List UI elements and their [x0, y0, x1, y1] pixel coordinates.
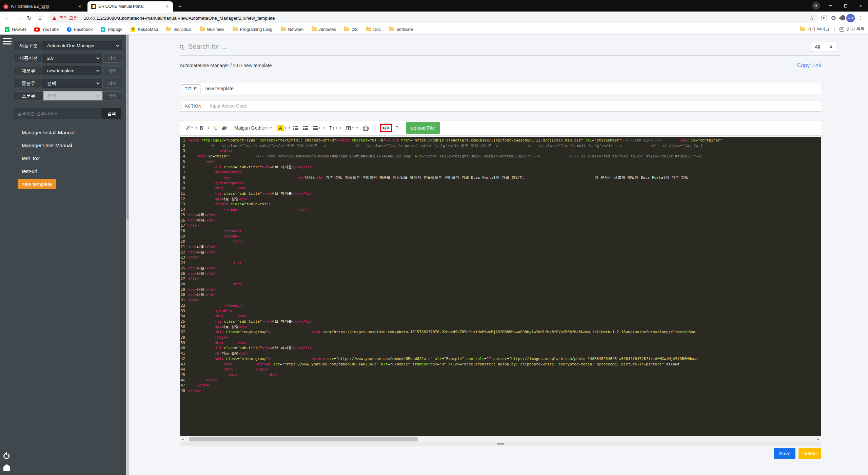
profile-avatar[interactable]: 국호	[846, 14, 855, 22]
sidebar-search-input[interactable]	[14, 108, 102, 119]
code-line[interactable]: 22<td>내용</td>	[180, 250, 821, 255]
code-line[interactable]: 35 <li class="sub-title"><b>서브 타이틀</b></…	[180, 319, 821, 324]
code-line[interactable]: 9 </blockquote>	[180, 180, 821, 186]
menu-icon[interactable]	[3, 38, 12, 44]
code-line[interactable]: 13 <table class="table-css">	[180, 202, 821, 207]
code-line[interactable]: 24 <tr>	[180, 260, 821, 266]
action-input[interactable]	[205, 103, 820, 109]
gear-icon[interactable]: ⚙	[829, 13, 838, 23]
code-line[interactable]: 44 <br> </div>	[180, 367, 821, 372]
minor-category-select[interactable]: 선택	[43, 91, 102, 100]
code-line[interactable]: 1<meta http-equiv="Content-Type" content…	[180, 138, 821, 143]
code-line[interactable]: 15<th>제목</th>	[180, 212, 821, 218]
upload-file-button[interactable]: upload File	[406, 122, 440, 134]
code-line[interactable]: 39 <br> <hr>	[180, 340, 821, 346]
code-line[interactable]: 29<td>내용</td>	[180, 287, 821, 292]
underline-button[interactable]: U	[212, 124, 220, 132]
code-line[interactable]: 43 <br> <iframe src="https://www.youtube…	[180, 362, 821, 367]
code-line[interactable]: 17</tr>	[180, 223, 821, 228]
code-line[interactable]: 23</tr>	[180, 255, 821, 260]
caret-down-icon[interactable]: ▾	[356, 126, 358, 130]
code-view-button[interactable]: </>	[380, 124, 392, 132]
code-line[interactable]: 20 <tr>	[180, 239, 821, 244]
bookmark-item[interactable]: Doc	[366, 27, 381, 32]
paragraph-align-button[interactable]: ▾	[311, 125, 322, 131]
reading-list[interactable]: 읽기 목록	[840, 26, 865, 32]
code-line[interactable]: 25<td>내용</td>	[180, 266, 821, 271]
back-icon[interactable]: ←	[3, 13, 12, 23]
code-line[interactable]: 19 <tbody>	[180, 234, 821, 239]
bookmark-item[interactable]: Network	[281, 27, 304, 32]
search-scope-select[interactable]: All	[811, 42, 836, 52]
code-line[interactable]: 8 <p> <b>예시)</b> 기존 파일 형식으로 관리되던 제품별 매뉴얼…	[180, 175, 821, 180]
major-category-select[interactable]: new template	[43, 66, 102, 75]
bookmark-star-icon[interactable]: ☆	[809, 15, 814, 21]
code-line[interactable]: 48</div>	[180, 388, 821, 394]
minimize-button[interactable]	[823, 0, 838, 12]
code-line[interactable]: 18 </thead>	[180, 228, 821, 234]
editor-horizontal-scrollbar[interactable]: ◄ ►	[180, 436, 821, 442]
close-window-button[interactable]: ×	[853, 0, 868, 12]
sidebar-scrollbar[interactable]	[126, 35, 129, 475]
code-line[interactable]: 36 <p>기능 설명</p>	[180, 324, 821, 330]
delete-minor-button[interactable]: 삭제	[102, 91, 122, 100]
sidebar-doc-item[interactable]: Manager Install Manual	[18, 127, 79, 138]
code-line[interactable]: 5 <ol>	[180, 159, 821, 165]
close-tab-icon[interactable]: ×	[165, 4, 170, 9]
caret-down-icon[interactable]: ▾	[196, 126, 197, 130]
caret-down-icon[interactable]: ▾	[270, 126, 272, 130]
code-line[interactable]: 42 <div class="video-group"> <video src=…	[180, 356, 821, 362]
code-line[interactable]: 7 <blockquote>	[180, 170, 821, 175]
code-line[interactable]: 31</tr>	[180, 298, 821, 303]
bookmark-item[interactable]: OS	[344, 27, 358, 32]
close-tab-icon[interactable]: ×	[77, 4, 82, 9]
logout-power-icon[interactable]	[3, 453, 9, 459]
title-input[interactable]	[200, 86, 820, 91]
media-extension-icon[interactable]	[822, 16, 827, 20]
sidebar-doc-item[interactable]: test_to2	[18, 153, 44, 164]
code-line[interactable]: 38 </div>	[180, 335, 821, 340]
code-line[interactable]: 47 </div>	[180, 383, 821, 388]
sidebar-doc-item[interactable]: Manager User Manual	[18, 140, 76, 151]
code-line[interactable]: 32 </tbody>	[180, 303, 821, 308]
unordered-list-button[interactable]	[291, 125, 300, 131]
delete-middle-button[interactable]: 삭제	[102, 79, 122, 88]
other-bookmarks[interactable]: 기타 북마크	[800, 26, 830, 32]
url-input[interactable]: 주의 요함 10.40.1.2:28080/automateone-manual…	[48, 13, 818, 23]
bookmark-item[interactable]: Business	[200, 27, 224, 32]
security-warning-icon[interactable]	[52, 16, 56, 20]
product-category-select[interactable]: AutomateOne Manager	[43, 41, 122, 50]
code-line[interactable]: 27</tr>	[180, 276, 821, 282]
delete-major-button[interactable]: 삭제	[102, 66, 122, 75]
ordered-list-button[interactable]	[301, 125, 310, 131]
code-line[interactable]: 41 <p>기능 설명</p>	[180, 351, 821, 356]
bookmark-item[interactable]: Papago	[101, 27, 122, 32]
portal-search-input[interactable]	[188, 43, 806, 51]
bookmark-item[interactable]: Programing Lang	[233, 27, 273, 32]
code-line[interactable]: 30<td>내용</td>	[180, 292, 821, 298]
code-line[interactable]: 26<td>내용</td>	[180, 271, 821, 277]
bookmark-item[interactable]: Atributes	[312, 27, 336, 32]
browser-tab-bizmeka[interactable]: ez KT bizmeka EZ_일정 ×	[0, 1, 85, 12]
bookmark-item[interactable]: KakaoMap	[131, 27, 158, 32]
code-line[interactable]: 46 </ol>	[180, 378, 821, 383]
code-line[interactable]: 16<th>제목</th>	[180, 218, 821, 223]
code-line[interactable]: 28 <tr>	[180, 282, 821, 287]
caret-down-icon[interactable]: ▾	[323, 126, 324, 130]
maximize-button[interactable]	[838, 0, 853, 12]
code-line[interactable]: 2 <!-- <i class="fas fa-robot"></i> 로봇 모…	[180, 143, 821, 149]
delete-button[interactable]: Delete	[798, 448, 821, 459]
forward-icon[interactable]: →	[14, 13, 23, 23]
code-line[interactable]: 40 <li class="sub-title"><b>서브 타이틀</b></…	[180, 345, 821, 351]
reload-icon[interactable]: ↻	[24, 13, 34, 23]
extensions-puzzle-icon[interactable]	[841, 16, 845, 20]
horizontal-rule-button[interactable]: −	[371, 124, 378, 132]
scroll-right-icon[interactable]: ►	[815, 438, 821, 441]
code-area[interactable]: 1<meta http-equiv="Content-Type" content…	[180, 138, 821, 436]
font-color-button[interactable]: A ▾	[275, 124, 288, 132]
browser-update-icon[interactable]: ▼	[812, 2, 820, 10]
bookmark-item[interactable]: Individual	[166, 27, 192, 32]
caret-down-icon[interactable]: ▾	[340, 126, 341, 130]
style-magic-button[interactable]: ▾	[183, 124, 195, 132]
save-button[interactable]: Save	[774, 448, 795, 459]
